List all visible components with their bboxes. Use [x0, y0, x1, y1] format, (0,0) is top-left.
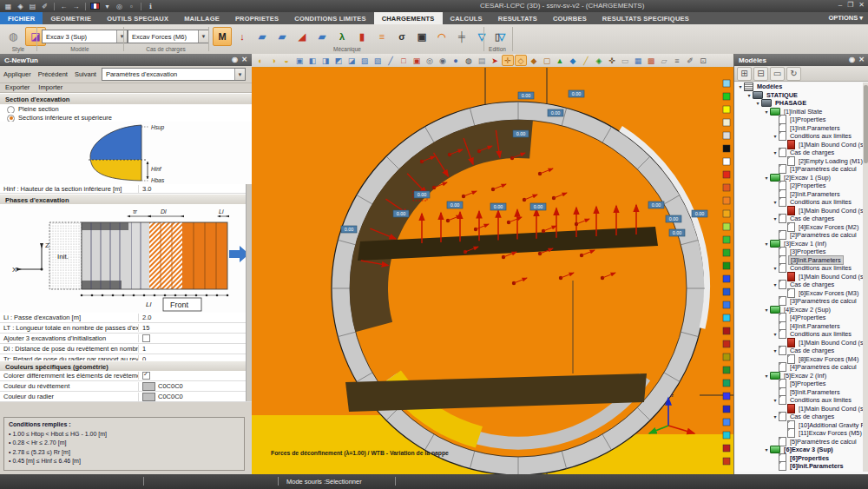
tree-item-6-excav-forces-m3[interactable]: [6]Excav Forces (M3): [734, 289, 863, 298]
tree-item-cas-de-charges[interactable]: ▾Cas de charges: [734, 149, 863, 157]
stress-document-icon[interactable]: ▣: [412, 27, 431, 46]
palette-color-swatch[interactable]: [723, 119, 730, 126]
tab-courbes[interactable]: COURBES: [545, 12, 595, 24]
tree-item-2-properties[interactable]: [2]Properties: [734, 182, 863, 190]
close-button[interactable]: ✕: [858, 1, 865, 9]
tree-item-2-empty-loading-m1[interactable]: [2]Empty Loading (M1): [734, 157, 863, 166]
app-icon[interactable]: ▦: [3, 2, 13, 10]
step-dropdown[interactable]: Paramètres d'excavation ▼: [102, 68, 246, 81]
tree-item-1-param-tres-de-calcul[interactable]: [1]Paramètres de calcul: [734, 165, 863, 174]
palette-color-swatch[interactable]: [723, 210, 730, 217]
tree-item-1-main-bound-cond-shar[interactable]: [1]Main Bound Cond (shar: [734, 273, 863, 281]
expand-arrow-icon[interactable]: ▾: [772, 397, 779, 403]
expand-arrow-icon[interactable]: ▾: [746, 92, 753, 98]
palette-color-swatch[interactable]: [723, 458, 730, 465]
palette-color-swatch[interactable]: [723, 380, 730, 387]
model-dropdown[interactable]: Excav 3 (Sup) ▼: [42, 30, 128, 43]
expand-arrow-icon[interactable]: ▾: [772, 265, 779, 271]
surface-blue-icon[interactable]: ◆: [567, 55, 579, 66]
expand-arrow-icon[interactable]: ▾: [772, 199, 779, 205]
vertex-icon[interactable]: ◈: [593, 55, 605, 66]
tree-item-2-init-parameters[interactable]: [2]Init.Parameters: [734, 190, 863, 199]
palette-color-swatch[interactable]: [723, 419, 730, 426]
tree-item-phasage[interactable]: ▾PHASAGE: [734, 99, 863, 108]
palette-color-swatch[interactable]: [723, 301, 730, 308]
tree-item-5-properties[interactable]: [5]Properties: [734, 380, 863, 388]
tree-item-6-excav-3-sup[interactable]: ▾[6]Excav 3 (Sup): [734, 446, 863, 454]
restore-button[interactable]: ❐: [847, 1, 853, 9]
parameter-value[interactable]: 1: [138, 345, 252, 353]
tab-proprietes[interactable]: PROPRIETES: [227, 12, 286, 24]
expand-arrow-icon[interactable]: ▾: [754, 100, 761, 106]
palette-color-swatch[interactable]: [723, 367, 730, 373]
tree-item-6-properties[interactable]: [6]Properties: [734, 454, 863, 463]
palette-color-swatch[interactable]: [723, 197, 730, 204]
tab-outils-speciaux[interactable]: OUTILS SPECIAUX: [99, 12, 176, 24]
palette-color-swatch[interactable]: [723, 275, 730, 282]
palette-color-swatch[interactable]: [723, 145, 730, 152]
scene-3d[interactable]: 0.000.000.000.000.000.000.000.000.000.00…: [252, 68, 733, 474]
tab-maillage[interactable]: MAILLAGE: [176, 12, 227, 24]
palette-color-swatch[interactable]: [723, 158, 730, 165]
tree-item-1-main-bound-cond-shar[interactable]: [1]Main Bound Cond (shar: [734, 207, 863, 215]
tree-item-conditions-aux-limites[interactable]: ▾Conditions aux limites: [734, 198, 863, 207]
layout-icon[interactable]: ▫: [127, 2, 136, 10]
load-case-dropdown[interactable]: Excav Forces (M6) ▼: [128, 30, 209, 43]
palette-color-swatch[interactable]: [723, 249, 730, 256]
hydraulic-load-icon[interactable]: ◠: [432, 27, 451, 46]
lambda-confinement-icon[interactable]: λ: [332, 27, 352, 46]
tree-item-1-main-bound-cond-shar[interactable]: [1]Main Bound Cond (shar: [734, 141, 863, 149]
palette-color-swatch[interactable]: [723, 106, 730, 113]
view-front-icon[interactable]: ▣: [293, 55, 306, 66]
tab-resultats-specifiques[interactable]: RESULTATS SPECIFIQUES: [595, 12, 697, 24]
tab-fichier[interactable]: FICHIER: [0, 12, 43, 24]
tree-item-5-init-parameters[interactable]: [5]Init.Parameters: [734, 388, 863, 397]
import-button[interactable]: Importer: [38, 83, 62, 91]
parameter-value[interactable]: [138, 372, 252, 380]
pin-icon[interactable]: ◉: [849, 56, 855, 63]
palette-color-swatch[interactable]: [723, 445, 730, 452]
view-reset-icon[interactable]: ◐: [254, 55, 266, 66]
palette-color-swatch[interactable]: [723, 393, 730, 400]
parameter-value[interactable]: C0C0C0: [138, 382, 252, 391]
parameter-value[interactable]: C0C0C0: [138, 393, 252, 401]
pressure-load-icon[interactable]: ▰: [273, 27, 292, 46]
view-right-icon[interactable]: ◩: [332, 55, 345, 66]
hinf-row-value[interactable]: 3.0: [138, 185, 252, 193]
refresh-icon[interactable]: ↻: [786, 67, 801, 81]
tree-item-5-excav-2-inf[interactable]: ▾[5]Excav 2 (Inf): [734, 372, 863, 380]
next-button[interactable]: Suivant: [71, 69, 100, 80]
tree-item-3-param-tres-de-calcul[interactable]: [3]Paramètres de calcul: [734, 297, 863, 306]
panel-scrollbar[interactable]: [246, 184, 252, 401]
palette-color-swatch[interactable]: [723, 340, 730, 347]
expand-arrow-icon[interactable]: ▾: [772, 133, 779, 139]
view-top-icon[interactable]: ◪: [345, 55, 358, 66]
tree-item-mod-les[interactable]: ▾Modèles: [734, 83, 863, 91]
initial-stress-icon[interactable]: σ: [392, 27, 411, 46]
open-icon[interactable]: ▤: [28, 2, 37, 10]
pin-icon[interactable]: ✐: [684, 55, 696, 66]
expand-arrow-icon[interactable]: ▾: [772, 347, 779, 354]
tree-item-conditions-aux-limites[interactable]: ▾Conditions aux limites: [734, 132, 863, 141]
tree-filter-icon[interactable]: ⊟: [753, 67, 768, 81]
surface-green-icon[interactable]: ▲: [554, 55, 566, 66]
parameter-value[interactable]: [138, 334, 252, 342]
parameter-value[interactable]: 15: [138, 324, 252, 332]
thermal-load-icon[interactable]: ▮: [352, 27, 372, 46]
expand-arrow-icon[interactable]: ▾: [763, 109, 770, 115]
viewport-3d[interactable]: ◐◑◒▣◧◨◩◪▨▧╱□▣◎◉●◍▤➤✛◇◆▢▲◆╱◈✜▭▦▩▱≡✐⊡: [252, 54, 733, 474]
tree-item-cas-de-charges[interactable]: ▾Cas de charges: [734, 215, 863, 223]
tree-item-1-properties[interactable]: [1]Properties: [734, 116, 863, 124]
point-load-icon[interactable]: ↓: [233, 27, 252, 46]
save-icon[interactable]: ◈: [16, 2, 25, 10]
expand-arrow-icon[interactable]: ▾: [763, 373, 770, 379]
undo-icon[interactable]: ←: [59, 2, 69, 10]
tree-blank-icon[interactable]: ▭: [770, 67, 785, 81]
expand-arrow-icon[interactable]: ▾: [772, 215, 779, 221]
tree-item-conditions-aux-limites[interactable]: ▾Conditions aux limites: [734, 330, 863, 339]
zoom-in-icon[interactable]: ◎: [424, 55, 436, 66]
parameter-value[interactable]: 2.0: [138, 314, 252, 321]
chevron-down-icon[interactable]: ▼: [198, 30, 208, 43]
snapshot-icon[interactable]: ◍: [463, 55, 475, 66]
sort-icon[interactable]: ≡: [671, 55, 683, 66]
